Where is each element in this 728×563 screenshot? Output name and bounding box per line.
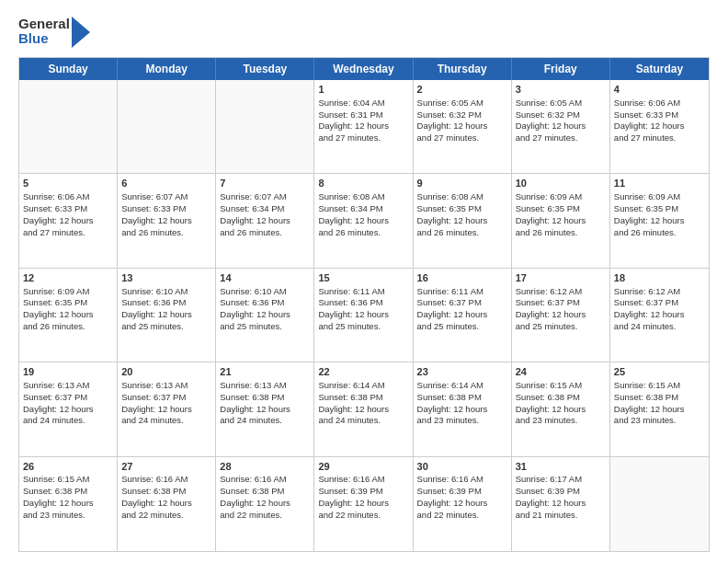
day-info-line: and 26 minutes.: [318, 227, 408, 239]
weekday-header-tuesday: Tuesday: [216, 58, 314, 80]
day-info-line: Sunset: 6:38 PM: [220, 392, 310, 404]
day-info-line: Daylight: 12 hours: [318, 404, 408, 416]
day-info-line: and 23 minutes.: [23, 510, 113, 522]
day-info-line: Daylight: 12 hours: [220, 309, 310, 321]
day-number: 17: [516, 271, 606, 285]
day-info-line: and 24 minutes.: [121, 415, 211, 427]
day-info-line: and 26 minutes.: [614, 227, 705, 239]
day-info-line: Sunrise: 6:13 AM: [23, 380, 113, 392]
day-info-line: Sunrise: 6:15 AM: [23, 474, 113, 486]
calendar-day-9: 9Sunrise: 6:08 AMSunset: 6:35 PMDaylight…: [414, 174, 512, 267]
day-info-line: Sunrise: 6:07 AM: [220, 191, 310, 203]
day-info-line: Sunset: 6:38 PM: [516, 392, 606, 404]
day-info-line: Sunset: 6:34 PM: [220, 203, 310, 215]
day-info-line: Sunrise: 6:16 AM: [318, 474, 408, 486]
day-number: 27: [121, 460, 211, 474]
day-info-line: Sunrise: 6:06 AM: [23, 191, 113, 203]
logo: General Blue: [18, 15, 90, 48]
day-info-line: Sunset: 6:32 PM: [516, 109, 606, 121]
weekday-header-wednesday: Wednesday: [314, 58, 413, 80]
logo-blue: Blue: [18, 31, 70, 47]
day-info-line: Sunset: 6:33 PM: [121, 203, 211, 215]
day-info-line: Sunset: 6:38 PM: [220, 486, 310, 498]
weekday-header-sunday: Sunday: [19, 58, 118, 80]
day-info-line: Sunrise: 6:16 AM: [417, 474, 507, 486]
day-number: 5: [23, 177, 113, 190]
day-number: 23: [417, 365, 507, 379]
day-info-line: Sunrise: 6:09 AM: [23, 286, 113, 298]
day-info-line: and 27 minutes.: [417, 132, 507, 144]
calendar-day-14: 14Sunrise: 6:10 AMSunset: 6:36 PMDayligh…: [216, 269, 314, 362]
calendar-day-11: 11Sunrise: 6:09 AMSunset: 6:35 PMDayligh…: [610, 174, 709, 267]
day-info-line: and 27 minutes.: [516, 132, 606, 144]
day-info-line: Daylight: 12 hours: [23, 215, 113, 227]
calendar-day-19: 19Sunrise: 6:13 AMSunset: 6:37 PMDayligh…: [19, 362, 118, 455]
day-info-line: Sunset: 6:39 PM: [516, 486, 606, 498]
day-info-line: Sunrise: 6:10 AM: [220, 286, 310, 298]
day-info-line: Daylight: 12 hours: [318, 121, 408, 132]
day-info-line: Sunset: 6:38 PM: [417, 392, 507, 404]
calendar-day-2: 2Sunrise: 6:05 AMSunset: 6:32 PMDaylight…: [414, 80, 512, 173]
day-info-line: Daylight: 12 hours: [614, 121, 705, 132]
day-info-line: Sunset: 6:37 PM: [417, 297, 507, 309]
day-info-line: Daylight: 12 hours: [220, 215, 310, 227]
day-number: 30: [417, 460, 507, 474]
day-info-line: and 27 minutes.: [23, 227, 113, 239]
day-info-line: Sunset: 6:33 PM: [614, 109, 705, 121]
day-info-line: Sunset: 6:39 PM: [417, 486, 507, 498]
day-info-line: Sunrise: 6:04 AM: [318, 98, 408, 109]
calendar-day-21: 21Sunrise: 6:13 AMSunset: 6:38 PMDayligh…: [216, 362, 314, 455]
day-info-line: Daylight: 12 hours: [121, 498, 211, 510]
logo-arrow-icon: [72, 17, 90, 48]
day-info-line: Daylight: 12 hours: [516, 121, 606, 132]
calendar-day-18: 18Sunrise: 6:12 AMSunset: 6:37 PMDayligh…: [610, 269, 709, 362]
calendar-day-3: 3Sunrise: 6:05 AMSunset: 6:32 PMDaylight…: [512, 80, 610, 173]
calendar-day-15: 15Sunrise: 6:11 AMSunset: 6:36 PMDayligh…: [314, 269, 413, 362]
calendar-day-28: 28Sunrise: 6:16 AMSunset: 6:38 PMDayligh…: [216, 457, 314, 551]
day-info-line: Sunset: 6:33 PM: [23, 203, 113, 215]
day-info-line: Daylight: 12 hours: [318, 498, 408, 510]
calendar-day-16: 16Sunrise: 6:11 AMSunset: 6:37 PMDayligh…: [414, 269, 512, 362]
day-number: 20: [121, 365, 211, 379]
calendar-day-empty: [610, 457, 709, 551]
day-info-line: Sunrise: 6:12 AM: [516, 286, 606, 298]
day-info-line: Sunset: 6:35 PM: [23, 297, 113, 309]
day-number: 13: [121, 271, 211, 285]
day-info-line: Sunrise: 6:13 AM: [220, 380, 310, 392]
day-info-line: and 25 minutes.: [318, 321, 408, 333]
day-info-line: Daylight: 12 hours: [516, 404, 606, 416]
weekday-header-friday: Friday: [512, 58, 610, 80]
day-info-line: Daylight: 12 hours: [121, 404, 211, 416]
day-info-line: and 23 minutes.: [417, 415, 507, 427]
day-info-line: Daylight: 12 hours: [220, 404, 310, 416]
day-number: 25: [614, 365, 705, 379]
day-info-line: and 24 minutes.: [614, 321, 705, 333]
calendar-day-5: 5Sunrise: 6:06 AMSunset: 6:33 PMDaylight…: [19, 174, 118, 267]
day-info-line: Sunset: 6:37 PM: [23, 392, 113, 404]
day-info-line: Sunset: 6:36 PM: [318, 297, 408, 309]
day-info-line: Sunrise: 6:11 AM: [318, 286, 408, 298]
day-info-line: and 27 minutes.: [318, 132, 408, 144]
day-info-line: and 24 minutes.: [220, 415, 310, 427]
day-info-line: Sunset: 6:38 PM: [23, 486, 113, 498]
day-info-line: Sunrise: 6:05 AM: [516, 98, 606, 109]
calendar-body: 1Sunrise: 6:04 AMSunset: 6:31 PMDaylight…: [19, 80, 709, 551]
day-info-line: and 22 minutes.: [220, 510, 310, 522]
calendar-day-26: 26Sunrise: 6:15 AMSunset: 6:38 PMDayligh…: [19, 457, 118, 551]
day-number: 15: [318, 271, 408, 285]
calendar-day-24: 24Sunrise: 6:15 AMSunset: 6:38 PMDayligh…: [512, 362, 610, 455]
day-info-line: Daylight: 12 hours: [318, 215, 408, 227]
day-info-line: and 26 minutes.: [121, 227, 211, 239]
day-info-line: Sunrise: 6:16 AM: [220, 474, 310, 486]
day-info-line: Daylight: 12 hours: [417, 498, 507, 510]
day-number: 3: [516, 83, 606, 97]
day-info-line: Sunset: 6:31 PM: [318, 109, 408, 121]
day-info-line: and 24 minutes.: [318, 415, 408, 427]
calendar-week-4: 19Sunrise: 6:13 AMSunset: 6:37 PMDayligh…: [19, 362, 709, 456]
day-info-line: and 21 minutes.: [516, 510, 606, 522]
day-info-line: and 27 minutes.: [614, 132, 705, 144]
day-info-line: Sunset: 6:38 PM: [121, 486, 211, 498]
day-info-line: Daylight: 12 hours: [516, 215, 606, 227]
day-number: 18: [614, 271, 705, 285]
calendar-day-13: 13Sunrise: 6:10 AMSunset: 6:36 PMDayligh…: [118, 269, 216, 362]
